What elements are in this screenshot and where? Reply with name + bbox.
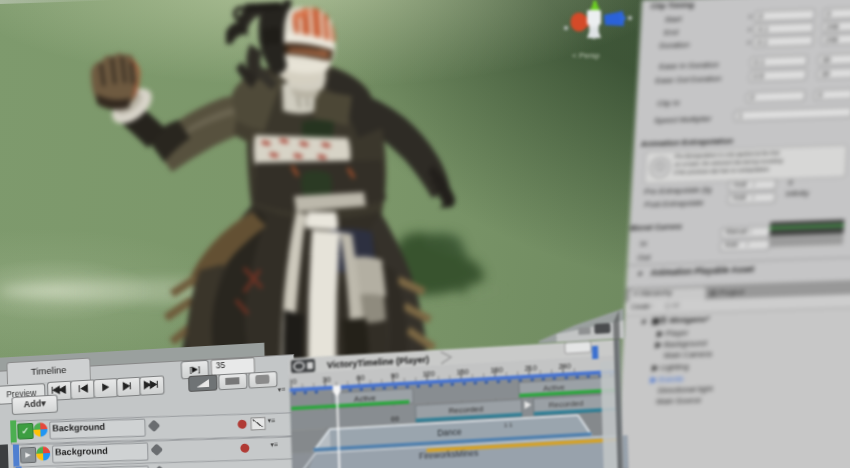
- svg-text:Active: Active: [354, 393, 377, 403]
- svg-text:240: 240: [558, 361, 571, 371]
- svg-text:< Persp: < Persp: [572, 51, 600, 60]
- svg-text:0: 0: [292, 377, 296, 386]
- svg-text:∞: ∞: [391, 411, 400, 425]
- svg-text:1 1: 1 1: [504, 422, 513, 429]
- svg-text:Dance: Dance: [437, 427, 462, 438]
- svg-text:Active: Active: [543, 383, 566, 393]
- svg-text:60: 60: [356, 373, 365, 382]
- svg-text:150: 150: [456, 367, 469, 377]
- svg-text:30: 30: [322, 375, 331, 384]
- svg-text:90: 90: [390, 371, 399, 380]
- svg-text:210: 210: [524, 363, 537, 373]
- svg-text:180: 180: [490, 365, 503, 375]
- svg-text:120: 120: [422, 369, 435, 379]
